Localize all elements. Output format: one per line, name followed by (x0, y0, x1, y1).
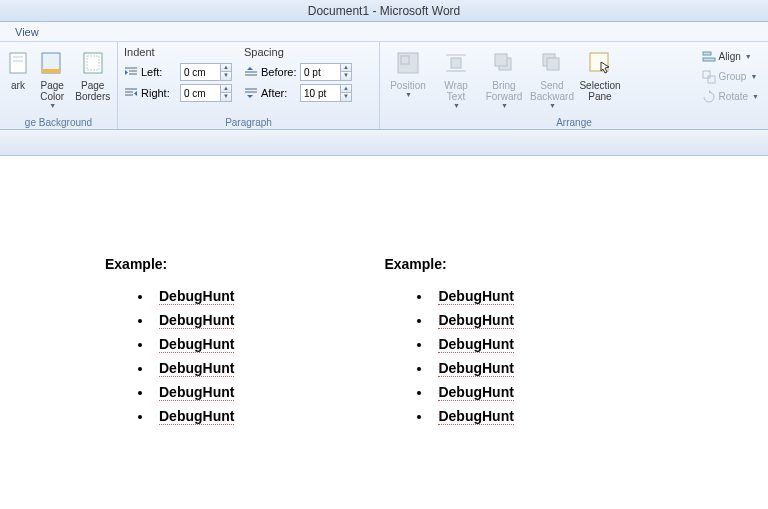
indent-column: Indent Left: 0 cm▲▼ Right: 0 cm▲▼ (124, 46, 232, 115)
indent-right-icon (124, 86, 138, 100)
ribbon: ark Page Color ▼ Page Borders ge Backgro… (0, 42, 768, 130)
window-titlebar: Document1 - Microsoft Word (0, 0, 768, 22)
align-icon (702, 50, 716, 64)
group-label: Paragraph (118, 117, 379, 128)
spin-down[interactable]: ▼ (340, 72, 351, 80)
menu-bar: View (0, 22, 768, 42)
spacing-before-icon (244, 65, 258, 79)
spin-up[interactable]: ▲ (220, 64, 231, 72)
page-color-button[interactable]: Page Color ▼ (34, 46, 71, 110)
ruler-strip (0, 130, 768, 156)
list-item: DebugHunt (153, 360, 234, 376)
spin-up[interactable]: ▲ (340, 64, 351, 72)
group-label: ge Background (0, 117, 117, 128)
list-item: DebugHunt (432, 288, 513, 304)
svg-rect-33 (703, 58, 715, 61)
svg-rect-22 (401, 56, 409, 64)
send-backward-icon (537, 48, 567, 78)
arrange-small-buttons: Align▼ Group▼ Rotate▼ (696, 44, 762, 115)
list-item: DebugHunt (153, 312, 234, 328)
list-item: DebugHunt (153, 336, 234, 352)
svg-marker-10 (125, 70, 128, 75)
chevron-down-icon: ▼ (752, 93, 759, 100)
svg-marker-15 (247, 67, 253, 70)
indent-left-input[interactable]: 0 cm▲▼ (180, 63, 232, 81)
group-paragraph: Indent Left: 0 cm▲▼ Right: 0 cm▲▼ Spacin… (118, 42, 380, 129)
position-button[interactable]: Position▼ (386, 46, 430, 99)
rotate-button[interactable]: Rotate▼ (699, 87, 762, 106)
list-item: DebugHunt (432, 312, 513, 328)
spacing-before-row: Before: 0 pt▲▼ (244, 63, 352, 81)
chevron-down-icon: ▼ (750, 73, 757, 80)
spin-up[interactable]: ▲ (220, 85, 231, 93)
group-page-background: ark Page Color ▼ Page Borders ge Backgro… (0, 42, 118, 129)
column-2-list: DebugHunt DebugHunt DebugHunt DebugHunt … (384, 288, 513, 424)
list-item: DebugHunt (432, 336, 513, 352)
position-icon (393, 48, 423, 78)
watermark-icon (3, 48, 33, 78)
spin-down[interactable]: ▼ (220, 93, 231, 101)
svg-marker-14 (134, 91, 137, 96)
chevron-down-icon: ▼ (49, 102, 56, 110)
column-1-list: DebugHunt DebugHunt DebugHunt DebugHunt … (105, 288, 234, 424)
page-borders-button[interactable]: Page Borders (75, 46, 112, 102)
menu-view[interactable]: View (15, 26, 39, 38)
document-canvas[interactable]: Example: DebugHunt DebugHunt DebugHunt D… (0, 156, 768, 509)
svg-rect-23 (451, 58, 461, 68)
selection-pane-icon (585, 48, 615, 78)
list-item: DebugHunt (432, 384, 513, 400)
list-item: DebugHunt (153, 384, 234, 400)
svg-marker-36 (709, 90, 712, 93)
chevron-down-icon: ▼ (745, 53, 752, 60)
group-arrange: Position▼ Wrap Text▼ Bring Forward▼ Send… (380, 42, 768, 129)
list-item: DebugHunt (432, 360, 513, 376)
spacing-after-row: After: 10 pt▲▼ (244, 84, 352, 102)
spin-up[interactable]: ▲ (340, 85, 351, 93)
spacing-before-input[interactable]: 0 pt▲▼ (300, 63, 352, 81)
indent-right-input[interactable]: 0 cm▲▼ (180, 84, 232, 102)
svg-rect-29 (547, 58, 559, 70)
list-item: DebugHunt (432, 408, 513, 424)
svg-rect-27 (495, 54, 507, 66)
indent-right-row: Right: 0 cm▲▼ (124, 84, 232, 102)
indent-left-row: Left: 0 cm▲▼ (124, 63, 232, 81)
svg-marker-20 (247, 95, 253, 98)
chevron-down-icon: ▼ (453, 102, 460, 110)
group-label: Arrange (380, 117, 768, 128)
column-1: Example: DebugHunt DebugHunt DebugHunt D… (105, 256, 234, 432)
bring-forward-button[interactable]: Bring Forward▼ (482, 46, 526, 110)
wrap-text-button[interactable]: Wrap Text▼ (434, 46, 478, 110)
group-icon (702, 70, 716, 84)
svg-rect-32 (703, 52, 711, 55)
bring-forward-icon (489, 48, 519, 78)
spin-down[interactable]: ▼ (220, 72, 231, 80)
spin-down[interactable]: ▼ (340, 93, 351, 101)
svg-rect-35 (708, 76, 715, 83)
list-item: DebugHunt (153, 288, 234, 304)
svg-rect-4 (42, 69, 60, 73)
indent-left-icon (124, 65, 138, 79)
svg-rect-34 (703, 71, 710, 78)
column-2: Example: DebugHunt DebugHunt DebugHunt D… (384, 256, 513, 432)
spacing-after-icon (244, 86, 258, 100)
list-item: DebugHunt (153, 408, 234, 424)
send-backward-button[interactable]: Send Backward▼ (530, 46, 574, 110)
wrap-text-icon (441, 48, 471, 78)
rotate-icon (702, 90, 716, 104)
align-button[interactable]: Align▼ (699, 47, 762, 66)
column-1-title: Example: (105, 256, 234, 272)
spacing-after-input[interactable]: 10 pt▲▼ (300, 84, 352, 102)
watermark-button[interactable]: ark (6, 46, 30, 91)
chevron-down-icon: ▼ (405, 91, 412, 99)
svg-rect-0 (10, 53, 26, 73)
spacing-column: Spacing Before: 0 pt▲▼ After: 10 pt▲▼ (244, 46, 352, 115)
page-color-icon (37, 48, 67, 78)
chevron-down-icon: ▼ (549, 102, 556, 110)
page-borders-icon (78, 48, 108, 78)
column-2-title: Example: (384, 256, 513, 272)
chevron-down-icon: ▼ (501, 102, 508, 110)
group-objects-button[interactable]: Group▼ (699, 67, 762, 86)
selection-pane-button[interactable]: Selection Pane (578, 46, 622, 102)
